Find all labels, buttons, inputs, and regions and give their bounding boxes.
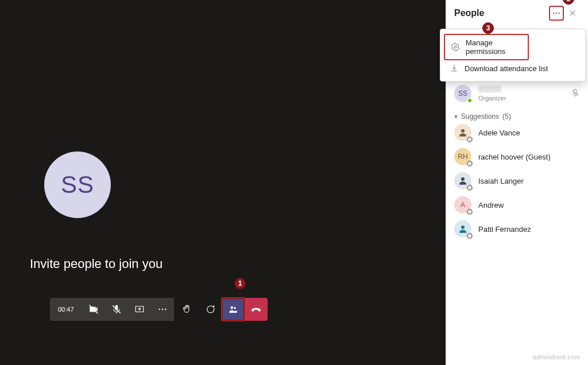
people-panel: People 2 In ▾ Currently in this meeting … [446,0,588,365]
participant-info: Organizer [478,86,506,102]
people-panel-title: People [454,8,549,18]
participant-name: rachel hoover (Guest) [478,153,551,161]
participant-role: Organizer [478,95,506,102]
meeting-controls: 00:47 [50,298,268,321]
mic-button[interactable] [105,298,128,321]
call-timer: 00:47 [50,298,82,321]
people-panel-header: People 2 [446,0,588,26]
list-item[interactable]: Adele Vance [454,121,580,145]
presence-offline-icon [467,137,473,142]
svg-point-10 [556,13,557,14]
svg-point-17 [461,177,465,181]
self-avatar: SS [44,152,111,218]
camera-button[interactable] [82,298,105,321]
menu-download-attendance-label: Download attendance list [465,64,548,73]
menu-manage-permissions[interactable]: Manage permissions [444,34,529,60]
avatar: A [454,196,471,213]
presence-offline-icon [467,233,473,239]
people-icon [228,304,238,314]
avatar [454,124,471,141]
svg-point-19 [454,46,457,48]
people-button[interactable] [222,298,245,321]
participant-name: Andrew [478,201,504,209]
share-button[interactable] [128,298,151,321]
share-screen-icon [134,304,145,314]
callout-badge-1-label: 1 [238,279,242,288]
controls-group-primary: 00:47 [50,298,174,321]
avatar: SS [454,85,471,102]
callout-badge-2: 2 [563,0,574,5]
hangup-button[interactable] [245,298,268,321]
muted-icon [571,88,580,99]
close-icon [568,9,577,17]
svg-point-7 [230,306,233,309]
mic-off-icon [111,304,122,314]
svg-point-9 [553,13,554,14]
presence-available-icon [467,98,473,103]
section-suggestions-label: Suggestions [461,112,499,121]
avatar: RH [454,148,471,165]
svg-point-4 [158,309,160,310]
self-initials: SS [61,171,94,199]
participant-name: Patti Fernandez [478,225,531,234]
list-item[interactable]: Patti Fernandez [454,217,580,241]
avatar [454,220,471,238]
list-item[interactable]: Isaiah Langer [454,169,580,193]
meeting-stage: SS Invite people to join you 00:47 [0,0,446,365]
presence-offline-icon [467,161,473,166]
chevron-down-icon: ▾ [454,112,458,121]
panel-more-menu: 3 Manage permissions Download attendance… [440,29,586,81]
svg-point-11 [559,13,560,14]
ellipsis-icon [552,9,561,18]
raise-hand-icon [182,304,192,314]
participant-name: Adele Vance [478,129,520,137]
avatar [454,172,471,189]
panel-more-button[interactable] [549,6,564,21]
presence-offline-icon [467,209,473,215]
suggestion-list: Adele VanceRHrachel hoover (Guest)Isaiah… [454,121,580,241]
gear-icon [451,42,460,52]
svg-point-18 [461,226,465,229]
hangup-icon [250,304,262,315]
camera-off-icon [88,304,99,314]
avatar-initials: SS [458,90,467,98]
svg-point-16 [461,129,465,133]
callout-badge-2-label: 2 [567,0,571,3]
presence-offline-icon [467,185,473,191]
section-suggestions[interactable]: ▾ Suggestions (5) [454,112,580,121]
menu-manage-permissions-label: Manage permissions [466,38,522,56]
more-actions-button[interactable] [151,298,174,321]
list-item[interactable]: AAndrew [454,193,580,217]
menu-download-attendance[interactable]: Download attendance list [444,60,582,76]
panel-close-button[interactable] [565,6,580,21]
callout-badge-3: 3 [482,22,494,34]
callout-badge-3-label: 3 [486,24,490,32]
list-item[interactable]: RHrachel hoover (Guest) [454,145,580,169]
controls-group-secondary [176,298,268,321]
download-icon [450,64,459,73]
ellipsis-icon [157,304,168,314]
callout-badge-1: 1 [234,278,246,289]
participant-organizer[interactable]: SS Organizer [454,81,580,106]
participant-name: Isaiah Langer [478,177,524,185]
section-suggestions-count: (5) [502,112,511,121]
raise-hand-button[interactable] [176,298,199,321]
svg-point-5 [161,309,163,310]
watermark: admindroid.com [533,354,580,360]
svg-point-6 [165,309,166,310]
invite-message: Invite people to join you [30,257,163,271]
svg-point-8 [234,307,236,309]
chat-button[interactable] [199,298,222,321]
participant-name-redacted [478,86,501,92]
chat-icon [205,304,215,314]
